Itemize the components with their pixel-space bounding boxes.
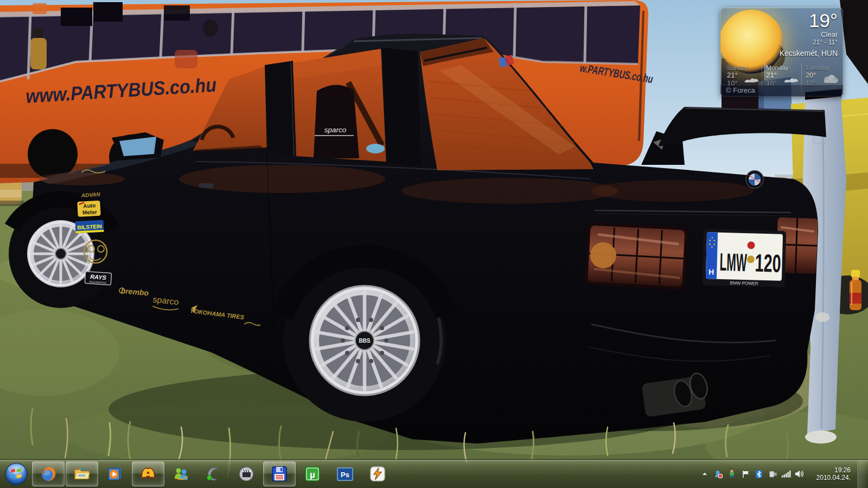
windows-orb-icon (4, 462, 28, 486)
tray-bluetooth[interactable] (754, 469, 764, 479)
today-range: 21° - 11° (780, 38, 838, 47)
firefox-icon (39, 465, 58, 483)
lightning-bolt-icon (368, 465, 387, 483)
utorrent-mu-glyph: µ (310, 470, 315, 480)
up-arrow-icon (701, 470, 709, 478)
cloudy-icon (822, 75, 838, 84)
taskbar-apps: µ Ps (0, 460, 394, 488)
plate-country: H (709, 267, 714, 276)
weather-gadget[interactable]: 19° Clear 21° - 11° Kecskemét, HUN Sunda… (720, 8, 843, 97)
current-conditions: 19° Clear 21° - 11° Kecskemét, HUN (780, 10, 838, 58)
partly-cloudy-icon (743, 75, 760, 84)
license-plate: H LMW 120 BMW POWER (703, 229, 787, 287)
flag-icon (741, 470, 750, 479)
bluetooth-icon (755, 470, 763, 479)
media-player-icon (106, 465, 124, 483)
plate-numbers: 120 (755, 249, 781, 278)
taskbar: µ Ps (0, 459, 868, 488)
show-desktop-button[interactable] (858, 460, 866, 488)
photoshop-icon: Ps (336, 465, 354, 483)
drink-bottle (850, 270, 861, 310)
svg-text:Meter: Meter (82, 209, 97, 215)
current-temp: 19° (780, 10, 838, 30)
seat-decal-text: sparco (324, 126, 347, 134)
condition-text: Clear (780, 30, 838, 38)
plate-frame-text: BMW POWER (730, 280, 758, 286)
location-text: Kecskemét, HUN (780, 48, 838, 58)
tray-action-center[interactable] (741, 469, 750, 479)
tray-network[interactable] (781, 469, 791, 479)
door-handle (199, 183, 214, 188)
pixel-buddy-icon (727, 470, 736, 478)
start-button[interactable] (3, 461, 29, 487)
volume-icon (795, 470, 805, 478)
photoshop-ps-glyph: Ps (341, 471, 349, 479)
bus-wheel (28, 129, 78, 179)
tray-messenger-busy[interactable] (713, 469, 723, 479)
tray-safely-remove[interactable] (768, 469, 777, 479)
taskbar-button-total-commander[interactable] (263, 461, 296, 486)
gray-swirl-icon (205, 465, 223, 483)
taskbar-button-media-player[interactable] (99, 462, 131, 486)
bmw-roundel (746, 171, 763, 188)
taskbar-button-messenger[interactable] (165, 462, 197, 486)
gadget-footer: © Foreca (720, 85, 843, 97)
bilstein-decal: BILSTEIN (75, 220, 104, 234)
clock-time: 19:26 (810, 466, 851, 474)
system-tray: 19:26 2010.04.24. (700, 460, 868, 488)
taskbar-button-utorrent[interactable]: µ (297, 462, 328, 486)
taskbar-button-dcplusplus[interactable] (132, 461, 164, 486)
left-taillight (584, 222, 688, 290)
partly-cloudy-icon (783, 75, 799, 84)
tray-pixel-buddy[interactable] (727, 469, 737, 479)
film-slate-icon (237, 465, 256, 483)
show-hidden-icons-button[interactable] (700, 469, 710, 479)
svg-text:RAYS: RAYS (90, 273, 107, 281)
taskbar-button-firefox[interactable] (32, 461, 65, 486)
utorrent-icon: µ (303, 465, 322, 483)
floppy-disk-icon (270, 465, 289, 483)
safely-remove-hardware-icon (768, 470, 777, 479)
folder-icon (73, 465, 91, 483)
windows-desktop: www.PARTYBUS.co.hu w.PARTYBUS.co.hu (0, 0, 868, 488)
white-shoe (805, 431, 837, 444)
messenger-busy-icon (714, 470, 723, 479)
wheel-cap-text: BBS (359, 338, 370, 344)
two-people-icon (172, 465, 190, 483)
tray-volume[interactable] (795, 469, 805, 479)
rays-decal: RAYS ENGINEERING (85, 271, 111, 285)
tray-clock[interactable]: 19:26 2010.04.24. (810, 466, 851, 481)
clock-date: 2010.04.24. (810, 474, 851, 481)
svg-text:Auto: Auto (83, 202, 95, 209)
taskbar-button-photoshop[interactable]: Ps (329, 462, 361, 486)
yellow-crown-icon (139, 465, 157, 483)
autometer-decal: Auto Meter (77, 201, 100, 217)
taskbar-button-winamp[interactable] (362, 462, 393, 486)
taskbar-button-teamspeak[interactable] (198, 462, 229, 486)
taskbar-button-explorer[interactable] (66, 461, 98, 486)
plate-letters: LMW (719, 248, 748, 277)
taskbar-button-mpc[interactable] (231, 462, 262, 486)
attribution-text: © Foreca (726, 86, 755, 94)
network-signal-icon (781, 470, 791, 478)
